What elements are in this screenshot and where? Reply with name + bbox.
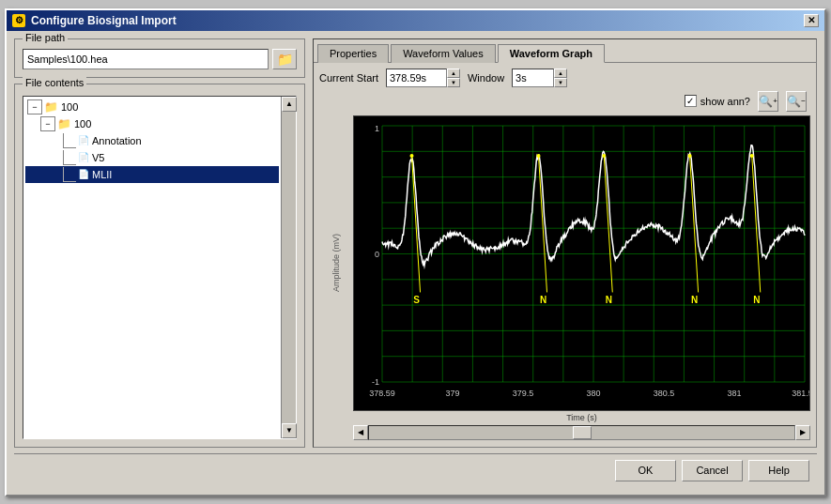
bottom-bar: OK Cancel Help [14,453,817,487]
zoom-out-button[interactable]: 🔍− [786,91,807,112]
show-ann-row: ✓ show ann? [685,95,750,107]
tree-item-100-root[interactable]: − 📁 100 [25,99,279,115]
current-start-down[interactable]: ▼ [447,78,460,87]
zoom-in-button[interactable]: 🔍+ [758,91,778,112]
window-label: Window [468,72,504,84]
tree-scroll-up[interactable]: ▲ [282,97,297,112]
controls-row: Current Start ▲ ▼ Window ▲ [319,69,810,87]
graph-scroll-left[interactable]: ◀ [353,425,368,440]
close-button[interactable]: ✕ [804,14,819,27]
show-ann-label: show ann? [700,96,750,107]
window-down[interactable]: ▼ [554,78,567,87]
show-ann-checkbox[interactable]: ✓ [685,95,697,107]
browse-button[interactable]: 📁 [272,49,297,69]
window-title: Configure Biosignal Import [31,14,177,27]
graph-scroll-thumb[interactable] [573,426,592,439]
expand-100-sub[interactable]: − [40,116,55,131]
graph-canvas-container [353,115,810,411]
file-contents-label: File contents [23,77,86,88]
main-window: ⚙ Configure Biosignal Import ✕ File path… [5,8,826,496]
title-icon: ⚙ [12,14,25,27]
right-panel: Properties Waveform Values Waveform Grap… [313,38,817,448]
ann-controls-row: ✓ show ann? 🔍+ 🔍− [319,91,810,112]
file-path-label: File path [23,32,68,43]
tab-waveform-graph[interactable]: Waveform Graph [498,44,605,63]
tab-properties[interactable]: Properties [317,44,389,63]
top-section: File path 📁 File contents [14,38,817,448]
graph-scrollbar: ◀ ▶ [319,424,810,441]
window-input[interactable] [512,69,554,87]
file-path-group: File path 📁 [14,38,305,78]
current-start-label: Current Start [319,72,378,84]
window-spinner: ▲ ▼ [512,69,567,87]
y-axis-label: Amplitude (mV) [331,234,341,292]
expand-100-root[interactable]: − [27,99,42,115]
graph-scroll-right[interactable]: ▶ [795,425,810,440]
title-bar: ⚙ Configure Biosignal Import ✕ [7,10,824,31]
ok-button[interactable]: OK [615,460,676,481]
tab-bar: Properties Waveform Values Waveform Grap… [314,39,816,63]
tree-container: − 📁 100 − 📁 100 [23,96,297,439]
current-start-spinner: ▲ ▼ [386,69,460,87]
current-start-input[interactable] [386,69,447,87]
x-axis-label: Time (s) [319,411,810,424]
file-contents-group: File contents − 📁 100 [14,84,305,448]
tree-scroll-down[interactable]: ▼ [282,423,297,438]
window-up[interactable]: ▲ [554,69,567,78]
window-body: File path 📁 File contents [7,31,824,495]
tab-waveform-values[interactable]: Waveform Values [391,44,496,63]
file-path-input[interactable] [23,49,269,69]
tab-content-waveform-graph: Current Start ▲ ▼ Window ▲ [314,63,816,447]
cancel-button[interactable]: Cancel [682,460,743,481]
left-panel: File path 📁 File contents [14,38,305,448]
waveform-canvas [354,116,809,410]
tree-item-annotation[interactable]: 📄 Annotation [25,132,279,149]
tree-scrollbar: ▲ ▼ [281,97,296,438]
current-start-up[interactable]: ▲ [447,69,460,78]
tree-item-v5[interactable]: 📄 V5 [25,149,279,166]
tree-item-100-sub[interactable]: − 📁 100 [25,115,279,132]
graph-scroll-track[interactable] [368,425,795,440]
graph-section: Amplitude (mV) Time (s) ◀ [319,115,810,441]
tree-item-mlii[interactable]: 📄 MLII [25,166,279,183]
help-button[interactable]: Help [748,460,809,481]
